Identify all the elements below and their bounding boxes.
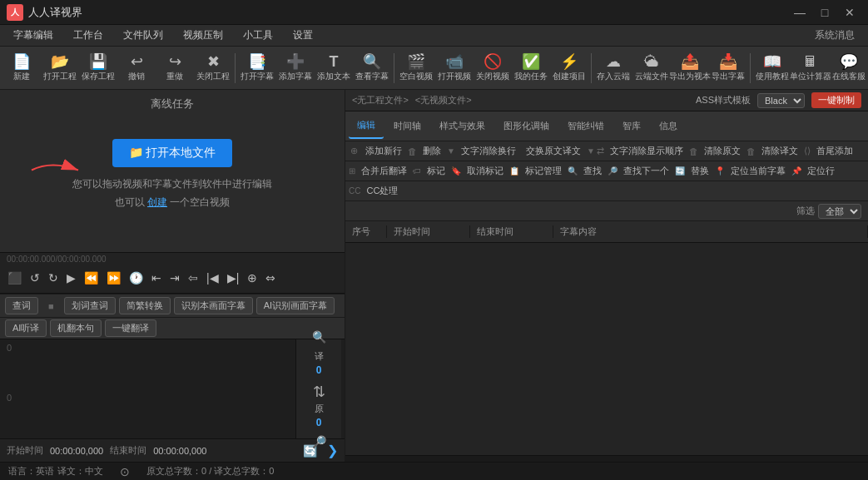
align-right-btn[interactable]: ⇦ xyxy=(186,270,201,286)
toolbar-blank-video[interactable]: 🎬 空白视频 xyxy=(398,49,434,87)
replace-btn[interactable]: 替换 xyxy=(687,164,713,178)
toolbar-redo[interactable]: ↪ 重做 xyxy=(156,49,193,87)
loop-back-btn[interactable]: ↺ xyxy=(27,270,42,286)
swap-trans-btn[interactable]: 交换原文译文 xyxy=(522,144,585,158)
open-video-label: 打开视频 xyxy=(438,71,471,82)
zoom-in-btn[interactable]: 🔍 xyxy=(312,330,326,344)
clear-trans-btn[interactable]: 清除译文 xyxy=(757,144,802,158)
char-count-text: 原文总字数：0 / 译文总字数：0 xyxy=(146,465,274,478)
toolbar-unit-calc[interactable]: 🖩 单位计算器 xyxy=(792,49,829,87)
merge-trans-btn[interactable]: 合并后翻译 xyxy=(357,164,411,178)
video-file-tag: <无视频文件> xyxy=(415,94,472,106)
tab-info[interactable]: 信息 xyxy=(651,114,686,139)
app-logo: 人 xyxy=(7,4,23,21)
delete-btn[interactable]: 删除 xyxy=(419,144,445,158)
one-click-button[interactable]: 一键制制 xyxy=(811,92,861,108)
locate-row-btn[interactable]: 定位行 xyxy=(803,164,839,178)
add-subtitle-label: 添加字幕 xyxy=(279,71,312,82)
menu-item-tools[interactable]: 小工具 xyxy=(235,27,281,44)
toolbar-export-subtitle[interactable]: 📥 导出字幕 xyxy=(710,49,746,87)
expand-btn[interactable]: ⇔ xyxy=(263,270,278,286)
maximize-button[interactable]: □ xyxy=(813,3,836,22)
menu-item-workbench[interactable]: 工作台 xyxy=(65,27,112,44)
toolbar-view-subtitle[interactable]: 🔍 查看字幕 xyxy=(354,49,390,87)
toolbar-upload-cloud[interactable]: ☁ 存入云端 xyxy=(595,49,632,87)
project-file-tag: <无工程文件> xyxy=(352,94,409,106)
menu-item-video-compress[interactable]: 视频压制 xyxy=(175,27,231,44)
toolbar-close-video[interactable]: 🚫 关闭视频 xyxy=(474,49,511,87)
next-frame-btn[interactable]: ⏩ xyxy=(104,270,123,286)
simplify-btn[interactable]: 简繁转换 xyxy=(119,297,171,314)
toolbar-export-video[interactable]: 📤 导出为视本 xyxy=(672,49,708,87)
menu-item-file-queue[interactable]: 文件队列 xyxy=(115,27,171,44)
toolbar-new[interactable]: 📄 新建 xyxy=(3,49,40,87)
clear-orig-btn[interactable]: 清除原文 xyxy=(700,144,745,158)
ai-listen-btn[interactable]: AI听译 xyxy=(5,319,47,337)
close-button[interactable]: ✕ xyxy=(838,3,861,22)
menu-item-subtitle-edit[interactable]: 字幕编辑 xyxy=(5,27,62,44)
menu-item-settings[interactable]: 设置 xyxy=(285,27,321,44)
timeline-area: 00:00:00.000/00:00:00.000 ⬛ ↺ ↻ ▶ ⏪ ⏩ 🕐 … xyxy=(0,252,345,294)
head-tail-add-btn[interactable]: 首尾添加 xyxy=(812,144,857,158)
tab-smart-correct[interactable]: 智能纠错 xyxy=(559,114,613,139)
toolbar-sep-3 xyxy=(591,53,592,83)
tab-knowledge-base[interactable]: 智库 xyxy=(614,114,649,139)
tab-edit[interactable]: 编辑 xyxy=(349,114,384,139)
prev-frame-btn[interactable]: ⏪ xyxy=(82,270,101,286)
minimize-button[interactable]: — xyxy=(788,3,811,22)
mark-btn[interactable]: 标记 xyxy=(423,164,449,178)
machine-trans-btn[interactable]: 机翻本句 xyxy=(50,319,102,337)
zoom-out-btn[interactable]: 🔎 xyxy=(312,435,326,448)
toolbar-create-project[interactable]: ⚡ 创建项目 xyxy=(551,49,588,87)
cc-process-btn[interactable]: CC处理 xyxy=(362,184,402,198)
toolbar-tutorial[interactable]: 📖 使用教程 xyxy=(754,49,791,87)
toolbar-save-project[interactable]: 💾 保存工程 xyxy=(80,49,117,87)
add-new-line-btn[interactable]: 添加新行 xyxy=(361,144,406,158)
clock-btn[interactable]: 🕐 xyxy=(126,270,146,286)
toolbar-open-project[interactable]: 📂 打开工程 xyxy=(42,49,78,87)
search-btn[interactable]: 查找 xyxy=(579,164,606,178)
one-click-trans-btn[interactable]: 一键翻译 xyxy=(105,319,156,337)
remove-linebreak-btn[interactable]: 文字消除换行 xyxy=(457,144,520,158)
open-subtitle-label: 打开字幕 xyxy=(241,71,274,82)
select-word-btn[interactable]: 划词查词 xyxy=(64,297,116,314)
horizontal-scrollbar[interactable] xyxy=(345,455,868,462)
toolbar-close-project[interactable]: ✖ 关闭工程 xyxy=(195,49,231,87)
ai-ocr-btn[interactable]: AI识别画面字幕 xyxy=(256,297,335,314)
mark-mgr-btn[interactable]: 标记管理 xyxy=(521,164,566,178)
open-local-file-button[interactable]: 📁 打开本地文件 xyxy=(112,139,233,167)
toolbar-undo[interactable]: ↩ 撤销 xyxy=(118,49,155,87)
locate-curr-btn[interactable]: 定位当前字幕 xyxy=(727,164,790,178)
toolbar-cloud-files[interactable]: 🌥 云端文件 xyxy=(633,49,670,87)
toolbar-add-subtitle[interactable]: ➕ 添加字幕 xyxy=(277,49,314,87)
toolbar-open-subtitle[interactable]: 📑 打开字幕 xyxy=(239,49,275,87)
play-stop-btn[interactable]: ⬛ xyxy=(5,270,24,286)
mark-end-btn[interactable]: ▶| xyxy=(225,270,242,286)
unmark-btn[interactable]: 取消标记 xyxy=(463,164,508,178)
toolbar-online-service[interactable]: 💬 在线客服 xyxy=(831,49,867,87)
left-panel: 离线任务 📁 打开本地文件 您可以拖动视频和字幕文件到软件中进行编辑 也可以 创… xyxy=(0,90,345,462)
align-left-btn[interactable]: ⇤ xyxy=(149,270,164,286)
create-blank-link[interactable]: 创建 xyxy=(147,196,167,208)
toolbar-add-text[interactable]: T 添加文本 xyxy=(315,49,352,87)
search-next-btn[interactable]: 查找下一个 xyxy=(619,164,673,178)
nav-btn[interactable]: ❯ xyxy=(327,443,338,458)
exchange-display-btn[interactable]: 文字消除显示顺序 xyxy=(606,144,687,158)
mark-start-btn[interactable]: |◀ xyxy=(204,270,221,286)
loop-fwd-btn[interactable]: ↻ xyxy=(46,270,61,286)
filter-select[interactable]: 全部 xyxy=(818,204,861,219)
toolbar-open-video[interactable]: 📹 打开视频 xyxy=(436,49,473,87)
align-center-btn[interactable]: ⇥ xyxy=(167,270,182,286)
ocr-screen-btn[interactable]: 识别本画面字幕 xyxy=(174,297,253,314)
search-word-btn[interactable]: 查词 xyxy=(5,297,38,314)
toolbar-my-task[interactable]: ✅ 我的任务 xyxy=(513,49,549,87)
tab-style-effects[interactable]: 样式与效果 xyxy=(431,114,494,139)
status-icon: ⊙ xyxy=(120,465,130,478)
ass-style-select[interactable]: Black xyxy=(757,93,805,108)
tab-timeline[interactable]: 时间轴 xyxy=(385,114,429,139)
toolbar-sep-4 xyxy=(750,53,751,83)
cloud-files-label: 云端文件 xyxy=(635,71,668,82)
crosshair-btn[interactable]: ⊕ xyxy=(245,270,260,286)
tab-graphic-axis[interactable]: 图形化调轴 xyxy=(495,114,558,139)
play-btn[interactable]: ▶ xyxy=(64,270,78,286)
